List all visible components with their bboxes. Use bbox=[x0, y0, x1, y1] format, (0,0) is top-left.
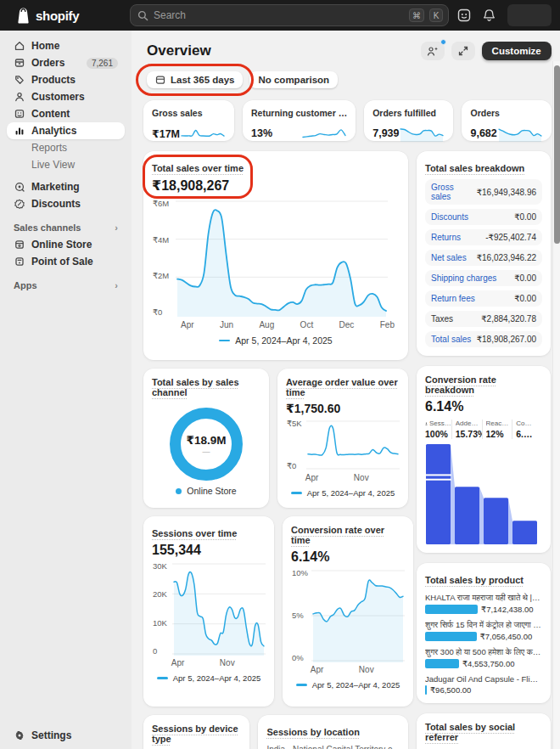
returning-customer-sparkline bbox=[301, 124, 347, 143]
taxes-label: Taxes bbox=[431, 314, 453, 324]
scrollbar-track[interactable] bbox=[552, 61, 560, 749]
conversion-rate-breakdown-card[interactable]: Conversion rate breakdown 6.14% Sess… 10… bbox=[417, 366, 551, 553]
total-sales-over-time-card[interactable]: Total sales over time ₹18,908,267 ₹6M ₹4… bbox=[143, 151, 408, 360]
funnel-stage-reached-checkout: Reac… 12% bbox=[482, 420, 512, 439]
sales-channels-header[interactable]: Sales channels › bbox=[14, 222, 118, 233]
point-of-sale-icon bbox=[14, 256, 25, 267]
expand-button[interactable] bbox=[451, 42, 475, 60]
sidebar-item-settings[interactable]: Settings bbox=[7, 727, 125, 744]
total-sales-by-social-referrer-card[interactable]: Total sales by social referrer facebook bbox=[417, 713, 551, 749]
shortcut-cmd-key: ⌘ bbox=[409, 8, 424, 22]
x-axis-labels: Apr Nov bbox=[152, 658, 266, 667]
notifications-bell-icon[interactable] bbox=[483, 8, 496, 22]
person-icon bbox=[14, 92, 25, 102]
store-icon[interactable] bbox=[457, 8, 471, 22]
content-icon bbox=[14, 109, 25, 119]
sidebar-item-orders[interactable]: Orders 7,261 bbox=[7, 54, 125, 71]
legend-line-swatch bbox=[296, 684, 307, 686]
total-sales-by-product-card[interactable]: Total sales by product KHALTA राजा महराज… bbox=[417, 563, 551, 703]
funnel-stage-converted: Co… 6.… bbox=[512, 420, 542, 439]
discount-icon bbox=[14, 199, 25, 209]
scrollbar-thumb[interactable] bbox=[554, 65, 560, 244]
channel-legend: Online Store bbox=[152, 486, 260, 496]
apps-header[interactable]: Apps › bbox=[14, 280, 118, 290]
orders-fulfilled-sparkline bbox=[399, 124, 445, 143]
sidebar-item-content[interactable]: Content bbox=[7, 105, 125, 122]
orders-count-badge: 7,261 bbox=[87, 58, 118, 69]
total-sales-breakdown-card[interactable]: Total sales breakdown Gross sales ₹16,94… bbox=[417, 151, 551, 356]
bar-chart-icon bbox=[14, 126, 25, 136]
sidebar-item-online-store[interactable]: Online Store bbox=[7, 236, 125, 253]
breakdown-row: Net sales ₹16,023,946.22 bbox=[425, 250, 542, 266]
customize-button[interactable]: Customize bbox=[482, 42, 552, 60]
breakdown-row: Gross sales ₹16,949,348.96 bbox=[425, 179, 542, 205]
discounts-link[interactable]: Discounts bbox=[431, 212, 468, 222]
gross-sales-link[interactable]: Gross sales bbox=[431, 183, 470, 201]
sidebar-item-live-view[interactable]: Live View bbox=[7, 156, 125, 173]
sidebar-item-discounts[interactable]: Discounts bbox=[7, 195, 125, 212]
total-sales-link[interactable]: Total sales bbox=[431, 335, 471, 344]
chevron-right-icon: › bbox=[115, 222, 118, 233]
sidebar-item-marketing[interactable]: Marketing bbox=[7, 178, 125, 195]
sidebar-item-reports[interactable]: Reports bbox=[7, 139, 125, 156]
marketing-icon bbox=[14, 182, 25, 192]
expand-icon bbox=[458, 46, 468, 56]
shopify-wordmark: shopify bbox=[36, 8, 79, 23]
product-item: KHALTA राजा महराजा यही खाते थे | सि… ₹7,… bbox=[425, 593, 542, 614]
breakdown-row: Returns -₹925,402.74 bbox=[425, 229, 542, 245]
metric-card-orders-fulfilled[interactable]: Orders fulfilled 7,939 bbox=[364, 100, 453, 141]
comparison-button[interactable]: No comparison bbox=[249, 71, 338, 88]
search-input[interactable]: Search ⌘ K bbox=[130, 4, 449, 26]
average-order-value-card[interactable]: Average order value over time ₹1,750.60 … bbox=[277, 369, 408, 508]
product-bar bbox=[425, 659, 459, 668]
returns-link[interactable]: Returns bbox=[431, 233, 461, 242]
orders-icon bbox=[14, 58, 25, 68]
chart-legend: Apr 5, 2024–Apr 4, 2025 bbox=[152, 335, 400, 346]
x-axis-labels: Apr Nov bbox=[286, 473, 400, 482]
legend-line-swatch bbox=[157, 677, 168, 679]
sessions-over-time-card[interactable]: Sessions over time 155,344 30K 20K 10K 0 bbox=[143, 516, 274, 707]
sidebar-item-analytics[interactable]: Analytics bbox=[7, 122, 125, 139]
y-axis-labels: 10% 5% 0% bbox=[291, 568, 311, 663]
chevron-right-icon: › bbox=[115, 280, 118, 290]
notification-dot bbox=[440, 39, 446, 45]
sessions-line-chart bbox=[172, 561, 266, 656]
sessions-by-location-card[interactable]: Sessions by location India - National Ca… bbox=[258, 715, 408, 749]
legend-line-swatch bbox=[291, 492, 302, 494]
conversion-rate-over-time-card[interactable]: Conversion rate over time 6.14% 10% 5% 0… bbox=[283, 516, 413, 707]
sidebar: Home Orders 7,261 Products Customers Con… bbox=[0, 31, 132, 749]
return-fees-link[interactable]: Return fees bbox=[431, 294, 475, 303]
store-switcher[interactable] bbox=[507, 4, 552, 26]
sales-by-channel-card[interactable]: Total sales by sales channel ₹18.9M — On… bbox=[143, 369, 269, 508]
breakdown-row: Discounts ₹0.00 bbox=[425, 209, 542, 225]
chart-legend: Apr 5, 2024–Apr 4, 2025 bbox=[152, 673, 266, 683]
product-item: शुगर 300 हो या 500 हमेशा के लिए कहें … ₹… bbox=[425, 647, 542, 668]
product-bar bbox=[425, 632, 477, 641]
aov-line-chart bbox=[306, 419, 400, 471]
sidebar-item-customers[interactable]: Customers bbox=[7, 88, 125, 105]
sessions-by-device-card[interactable]: Sessions by device type bbox=[143, 715, 249, 749]
metric-card-returning-customer[interactable]: Returning customer … 13% bbox=[243, 100, 356, 141]
location-item-label: India - National Capital Territory o... bbox=[266, 745, 400, 749]
metric-card-gross-sales[interactable]: Gross sales ₹17M bbox=[143, 100, 234, 141]
total-sales-line-chart bbox=[176, 199, 388, 318]
person-icon bbox=[425, 420, 428, 427]
analytics-assistant-button[interactable] bbox=[421, 42, 445, 60]
y-axis-labels: ₹6M ₹4M ₹2M ₹0 bbox=[152, 199, 176, 318]
product-bar bbox=[425, 605, 478, 614]
y-axis-labels: ₹5K ₹0 bbox=[286, 419, 306, 471]
sidebar-item-products[interactable]: Products bbox=[7, 71, 125, 88]
sidebar-item-home[interactable]: Home bbox=[7, 37, 125, 54]
metric-card-orders[interactable]: Orders 9,682 bbox=[462, 100, 551, 141]
net-sales-link[interactable]: Net sales bbox=[431, 253, 467, 262]
date-range-button[interactable]: Last 365 days bbox=[147, 71, 243, 88]
page-title: Overview bbox=[147, 42, 211, 59]
y-axis-labels: 30K 20K 10K 0 bbox=[152, 561, 172, 656]
top-bar: shopify Search ⌘ K bbox=[0, 0, 560, 31]
total-sales-value: ₹18,908,267 bbox=[152, 177, 244, 194]
search-placeholder: Search bbox=[154, 9, 404, 21]
shipping-charges-link[interactable]: Shipping charges bbox=[431, 273, 496, 283]
shopify-logo[interactable]: shopify bbox=[8, 7, 121, 25]
sidebar-item-point-of-sale[interactable]: Point of Sale bbox=[7, 253, 125, 270]
breakdown-row: Return fees ₹0.00 bbox=[425, 290, 542, 307]
